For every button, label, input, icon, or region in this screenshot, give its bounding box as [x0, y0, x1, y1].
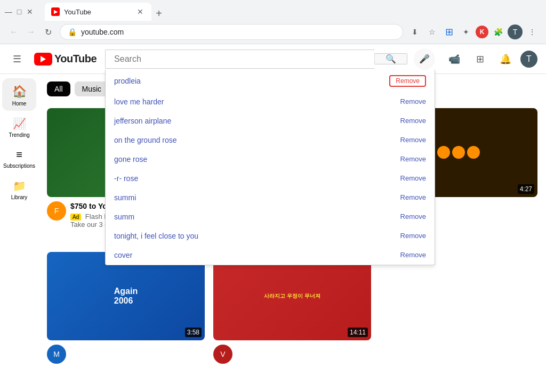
title-bar: — □ ✕ ▶ YouTube ✕ + — [0, 0, 546, 20]
dropdown-remove-button-6[interactable]: Remove — [400, 193, 426, 201]
egg-yolk-3 — [467, 146, 480, 159]
youtube-app: ☰ YouTube 🔍 🎤 prodleia Remove love me ha… — [0, 44, 546, 392]
active-tab[interactable]: ▶ YouTube ✕ — [45, 3, 151, 21]
egg-yolk-2 — [452, 146, 465, 159]
tab-close-button[interactable]: ✕ — [135, 7, 145, 17]
youtube-sidebar: 🏠 Home 📈 Trending ≡ Subscriptions 📁 Libr… — [0, 74, 38, 392]
notifications-button[interactable]: 🔔 — [495, 48, 516, 70]
window-controls: — □ ✕ — [4, 7, 34, 16]
video-duration-variety: 14:11 — [348, 328, 368, 337]
video-meta-variety — [237, 345, 371, 364]
concert-text: Again2006 — [114, 287, 138, 306]
dropdown-item-2[interactable]: jefferson airplane Remove — [106, 111, 435, 130]
concert-bg: Mnet Again2006 — [47, 252, 205, 341]
tab-bar: ▶ YouTube ✕ + — [41, 3, 171, 21]
video-duration-concert: 3:58 — [185, 328, 202, 337]
dropdown-remove-button-8[interactable]: Remove — [400, 232, 426, 240]
dropdown-item-text-6: summi — [114, 193, 136, 202]
video-title-variety — [237, 345, 371, 355]
youtube-avatar-button[interactable]: T — [520, 51, 537, 68]
hamburger-menu-button[interactable]: ☰ — [9, 49, 26, 69]
dropdown-item-text-5: -r- rose — [114, 174, 138, 183]
bookmark-button[interactable]: ☆ — [424, 24, 439, 39]
youtube-logo[interactable]: YouTube — [34, 53, 97, 66]
library-icon: 📁 — [13, 179, 26, 192]
dropdown-item-text-8: tonight, i feel close to you — [114, 232, 198, 240]
dropdown-item-text-1: love me harder — [114, 97, 164, 106]
download-button[interactable]: ⬇ — [407, 24, 422, 39]
sidebar-label-home: Home — [12, 101, 27, 107]
dropdown-remove-button-1[interactable]: Remove — [400, 97, 426, 105]
home-icon: 🏠 — [12, 85, 27, 99]
youtube-header: ☰ YouTube 🔍 🎤 prodleia Remove love me ha… — [0, 44, 546, 74]
dropdown-item-3[interactable]: on the ground rose Remove — [106, 130, 435, 150]
address-bar: ← → ↻ 🔒 youtube.com ⬇ ☆ ⊞ ✦ K 🧩 T ⋮ — [0, 20, 546, 44]
search-input[interactable] — [106, 50, 374, 68]
apps-grid-button[interactable]: ⊞ — [441, 24, 456, 39]
new-tab-button[interactable]: + — [151, 6, 166, 21]
youtube-header-right: 📹 ⊞ 🔔 T — [444, 48, 537, 70]
filter-chip-music[interactable]: Music — [75, 81, 109, 96]
dropdown-item-text-7: summ — [114, 213, 134, 221]
lock-icon: 🔒 — [68, 28, 77, 36]
dropdown-remove-highlighted-button[interactable]: Remove — [389, 75, 426, 87]
dropdown-item-4[interactable]: gone rose Remove — [106, 150, 435, 169]
sidebar-item-home[interactable]: 🏠 Home — [2, 78, 36, 111]
sidebar-label-trending: Trending — [9, 132, 29, 138]
dropdown-remove-button-4[interactable]: Remove — [400, 155, 426, 163]
video-card-concert[interactable]: Mnet Again2006 3:58 M — [47, 252, 205, 369]
filter-chip-all[interactable]: All — [47, 81, 70, 96]
sidebar-label-subscriptions: Subscriptions — [3, 163, 35, 169]
minimize-button[interactable]: — — [4, 7, 13, 16]
dropdown-item-1[interactable]: love me harder Remove — [106, 92, 435, 111]
url-bar[interactable]: 🔒 youtube.com — [60, 24, 403, 40]
egg-yolk-1 — [437, 146, 450, 159]
extensions-button[interactable]: 🧩 — [491, 24, 505, 39]
dropdown-remove-button-3[interactable]: Remove — [400, 136, 426, 144]
dropdown-remove-button-9[interactable]: Remove — [400, 251, 426, 259]
dropdown-remove-button-2[interactable]: Remove — [400, 117, 426, 125]
close-button[interactable]: ✕ — [26, 7, 34, 16]
maximize-button[interactable]: □ — [15, 7, 23, 16]
variety-bg: 사라지고 우정이 무너져 — [213, 252, 371, 341]
extension-k-icon[interactable]: K — [476, 26, 488, 38]
youtube-logo-icon — [34, 53, 52, 66]
dropdown-item-5[interactable]: -r- rose Remove — [106, 169, 435, 188]
back-button[interactable]: ← — [6, 24, 21, 39]
sidebar-item-library[interactable]: 📁 Library — [2, 173, 36, 205]
sidebar-item-subscriptions[interactable]: ≡ Subscriptions — [2, 142, 36, 173]
dropdown-item-8[interactable]: tonight, i feel close to you Remove — [106, 226, 435, 246]
eggs-visual — [437, 146, 480, 159]
channel-avatar-1: F — [47, 201, 66, 220]
video-duration-eggs: 4:27 — [518, 184, 534, 194]
youtube-logo-text: YouTube — [54, 53, 97, 65]
sidebar-item-trending[interactable]: 📈 Trending — [2, 111, 36, 142]
refresh-button[interactable]: ↻ — [41, 24, 55, 39]
dropdown-item-9[interactable]: cover Remove — [106, 246, 435, 265]
video-card-variety[interactable]: 사라지고 우정이 무너져 14:11 V — [213, 252, 371, 369]
dropdown-remove-button-5[interactable]: Remove — [400, 174, 426, 182]
mic-button[interactable]: 🎤 — [414, 48, 435, 70]
video-thumbnail-concert: Mnet Again2006 3:58 — [47, 252, 205, 341]
tab-favicon: ▶ — [51, 7, 60, 16]
apps-grid-yt-button[interactable]: ⊞ — [469, 48, 491, 70]
video-info-concert: M — [47, 340, 205, 368]
dropdown-item-text-2: jefferson airplane — [114, 117, 171, 125]
dropdown-remove-button-7[interactable]: Remove — [400, 213, 426, 220]
toolbar-right: ⬇ ☆ ⊞ ✦ K 🧩 T ⋮ — [407, 24, 540, 39]
tab-title: YouTube — [64, 8, 131, 16]
forward-button[interactable]: → — [23, 24, 38, 39]
video-thumbnail-variety: 사라지고 우정이 무너져 14:11 — [213, 252, 371, 341]
variety-text: 사라지고 우정이 무너져 — [262, 290, 323, 302]
dropdown-item-6[interactable]: summi Remove — [106, 188, 435, 207]
dropdown-item-7[interactable]: summ Remove — [106, 207, 435, 226]
search-button[interactable]: 🔍 — [374, 53, 407, 64]
video-upload-button[interactable]: 📹 — [444, 48, 465, 70]
video-title-concert — [70, 345, 205, 355]
dropdown-item-text-3: on the ground rose — [114, 136, 177, 144]
browser-chrome: — □ ✕ ▶ YouTube ✕ + ← → ↻ 🔒 youtube.com … — [0, 0, 546, 44]
browser-profile-button[interactable]: T — [508, 24, 523, 39]
browser-menu-button[interactable]: ⋮ — [525, 24, 540, 39]
translate-button[interactable]: ✦ — [459, 24, 473, 39]
dropdown-item-0[interactable]: prodleia Remove — [106, 70, 435, 92]
